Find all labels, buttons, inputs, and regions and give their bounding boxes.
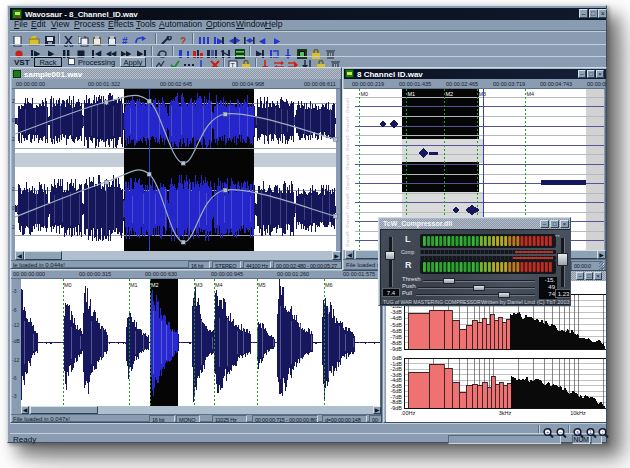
svg-text:Channel5: Channel5: [346, 175, 350, 190]
svg-text:Channel1: Channel1: [346, 98, 350, 113]
svg-text:M0: M0: [64, 282, 72, 288]
svg-text:-4dB: -4dB: [390, 315, 402, 321]
svg-text:M1: M1: [408, 91, 416, 97]
svg-text:Channel7: Channel7: [346, 213, 350, 228]
svg-text:Channel8: Channel8: [346, 232, 350, 247]
svg-text:M2: M2: [151, 282, 159, 288]
svg-text:M3: M3: [195, 282, 203, 288]
svg-text:Channel2: Channel2: [346, 117, 350, 132]
svg-text:Channel6: Channel6: [346, 194, 350, 209]
svg-text:Channel3: Channel3: [346, 136, 350, 151]
svg-text:M0: M0: [361, 91, 369, 97]
svg-text:M5: M5: [258, 282, 266, 288]
svg-text:-3dB: -3dB: [390, 309, 402, 315]
svg-text:.00Hz: .00Hz: [401, 410, 416, 416]
svg-text:-8dB: -8dB: [390, 340, 402, 346]
svg-text:M3: M3: [479, 91, 487, 97]
svg-text:M6: M6: [325, 282, 333, 288]
svg-text:M4: M4: [215, 282, 223, 288]
svg-text:Channel4: Channel4: [346, 155, 350, 170]
svg-text:-5dB: -5dB: [390, 322, 402, 328]
svg-text:+: +: [546, 429, 549, 435]
svg-text:1: 1: [589, 429, 592, 435]
svg-text:M4: M4: [527, 91, 535, 97]
svg-text:M1: M1: [130, 282, 138, 288]
svg-text:-6dB: -6dB: [390, 328, 402, 334]
svg-text:↕: ↕: [601, 429, 604, 435]
svg-text:10kHz: 10kHz: [570, 410, 586, 416]
svg-text:-9dB: -9dB: [390, 346, 402, 352]
svg-text:M2: M2: [446, 91, 454, 97]
svg-text:3kHz: 3kHz: [499, 410, 512, 416]
svg-text:s: s: [576, 429, 579, 435]
svg-text:-7dB: -7dB: [390, 334, 402, 340]
